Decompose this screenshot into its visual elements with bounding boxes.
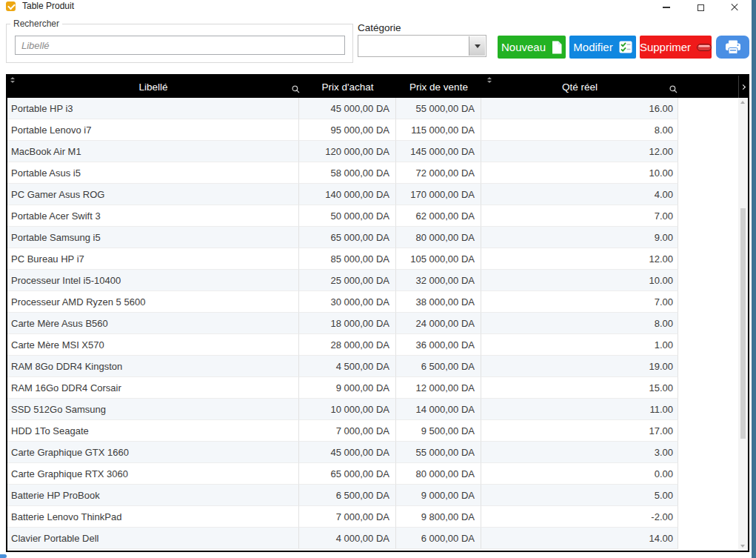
cell-qte-reel[interactable]: 7.00 [481,291,678,313]
scroll-up-icon[interactable] [740,101,745,104]
cell-prix-vente[interactable]: 80 000,00 DA [396,227,481,248]
cell-prix-achat[interactable]: 140 000,00 DA [299,184,396,205]
cell-libelle[interactable]: Portable Lenovo i7 [7,119,299,141]
cell-libelle[interactable]: Carte Graphique RTX 3060 [7,463,299,485]
cell-prix-vente[interactable]: 72 000,00 DA [396,162,481,184]
cell-libelle[interactable]: Portable Asus i5 [7,162,299,184]
cell-prix-achat[interactable]: 25 000,00 DA [299,270,396,291]
table-row[interactable]: Clavier Portable Dell 4 000,00 DA 6 000,… [7,528,738,549]
cell-qte-reel[interactable]: 11.00 [481,399,678,420]
cell-qte-reel[interactable]: 8.00 [481,313,678,334]
table-row[interactable]: Portable Acer Swift 3 50 000,00 DA 62 00… [7,205,738,227]
table-row[interactable]: Portable HP i3 45 000,00 DA 55 000,00 DA… [7,98,738,119]
table-row[interactable]: MacBook Air M1 120 000,00 DA 145 000,00 … [7,141,738,162]
cell-qte-reel[interactable]: 0.00 [481,463,678,485]
table-row[interactable]: Batterie Lenovo ThinkPad 7 000,00 DA 9 8… [7,506,738,528]
cell-prix-vente[interactable]: 6 000,00 DA [396,528,481,549]
cell-prix-vente[interactable]: 55 000,00 DA [396,442,481,463]
table-row[interactable]: HDD 1To Seagate 7 000,00 DA 9 500,00 DA … [7,420,738,442]
cell-prix-achat[interactable]: 65 000,00 DA [299,463,396,485]
cell-prix-vente[interactable]: 115 000,00 DA [396,119,481,141]
cell-prix-vente[interactable]: 170 000,00 DA [396,184,481,205]
cell-libelle[interactable]: Carte Mère MSI X570 [7,334,299,356]
table-row[interactable]: Portable Samsung i5 65 000,00 DA 80 000,… [7,227,738,248]
cell-prix-vente[interactable]: 6 500,00 DA [396,356,481,377]
maximize-button[interactable] [688,0,713,15]
cell-prix-vente[interactable]: 80 000,00 DA [396,463,481,485]
cell-libelle[interactable]: Batterie HP ProBook [7,485,299,506]
table-row[interactable]: Carte Mère MSI X570 28 000,00 DA 36 000,… [7,334,738,356]
cell-prix-achat[interactable]: 18 000,00 DA [299,313,396,334]
cell-qte-reel[interactable]: 5.00 [481,485,678,506]
cell-prix-vente[interactable]: 32 000,00 DA [396,270,481,291]
cell-libelle[interactable]: PC Bureau HP i7 [7,248,299,270]
cell-prix-vente[interactable]: 24 000,00 DA [396,313,481,334]
vertical-scrollbar[interactable] [738,98,748,551]
cell-qte-reel[interactable]: 12.00 [481,141,678,162]
cell-libelle[interactable]: MacBook Air M1 [7,141,299,162]
cell-qte-reel[interactable]: 1.00 [481,334,678,356]
cell-prix-achat[interactable]: 7 000,00 DA [299,506,396,528]
cell-prix-vente[interactable]: 145 000,00 DA [396,141,481,162]
table-row[interactable]: Portable Lenovo i7 95 000,00 DA 115 000,… [7,119,738,141]
cell-prix-achat[interactable]: 95 000,00 DA [299,119,396,141]
cell-prix-achat[interactable]: 4 500,00 DA [299,356,396,377]
cell-prix-vente[interactable]: 38 000,00 DA [396,291,481,313]
cell-qte-reel[interactable]: 17.00 [481,420,678,442]
table-row[interactable]: RAM 8Go DDR4 Kingston 4 500,00 DA 6 500,… [7,356,738,377]
table-row[interactable]: PC Gamer Asus ROG 140 000,00 DA 170 000,… [7,184,738,205]
cell-prix-vente[interactable]: 9 500,00 DA [396,420,481,442]
cell-libelle[interactable]: Batterie Lenovo ThinkPad [7,506,299,528]
cell-prix-achat[interactable]: 4 000,00 DA [299,528,396,549]
cell-qte-reel[interactable]: 10.00 [481,162,678,184]
cell-qte-reel[interactable]: -2.00 [481,506,678,528]
cell-prix-vente[interactable]: 62 000,00 DA [396,205,481,227]
close-button[interactable] [722,0,747,15]
cell-qte-reel[interactable]: 19.00 [481,356,678,377]
cell-prix-achat[interactable]: 28 000,00 DA [299,334,396,356]
cell-libelle[interactable]: Portable Samsung i5 [7,227,299,248]
table-row[interactable]: Processeur AMD Ryzen 5 5600 30 000,00 DA… [7,291,738,313]
table-row[interactable]: Carte Mère Asus B560 18 000,00 DA 24 000… [7,313,738,334]
cell-prix-achat[interactable]: 45 000,00 DA [299,442,396,463]
nouveau-button[interactable]: Nouveau [498,36,566,59]
search-column-icon[interactable] [669,83,678,96]
cell-prix-achat[interactable]: 50 000,00 DA [299,205,396,227]
table-row[interactable]: PC Bureau HP i7 85 000,00 DA 105 000,00 … [7,248,738,270]
cell-libelle[interactable]: RAM 8Go DDR4 Kingston [7,356,299,377]
cell-qte-reel[interactable]: 16.00 [481,98,678,119]
cell-prix-vente[interactable]: 55 000,00 DA [396,98,481,119]
cell-qte-reel[interactable]: 4.00 [481,184,678,205]
cell-qte-reel[interactable]: 8.00 [481,119,678,141]
supprimer-button[interactable]: Supprimer [640,36,712,59]
cell-libelle[interactable]: SSD 512Go Samsung [7,399,299,420]
cell-prix-achat[interactable]: 45 000,00 DA [299,98,396,119]
print-button[interactable] [716,36,749,59]
cell-prix-vente[interactable]: 9 000,00 DA [396,485,481,506]
cell-libelle[interactable]: Portable Acer Swift 3 [7,205,299,227]
scrollbar-thumb[interactable] [740,208,746,439]
cell-prix-achat[interactable]: 10 000,00 DA [299,399,396,420]
table-row[interactable]: SSD 512Go Samsung 10 000,00 DA 14 000,00… [7,399,738,420]
cell-libelle[interactable]: HDD 1To Seagate [7,420,299,442]
minimize-button[interactable] [654,0,679,15]
column-header-prix-vente[interactable]: Prix de vente [396,76,481,98]
search-input[interactable] [15,36,345,55]
table-row[interactable]: RAM 16Go DDR4 Corsair 9 000,00 DA 12 000… [7,377,738,399]
cell-libelle[interactable]: PC Gamer Asus ROG [7,184,299,205]
column-header-libelle[interactable]: Libellé [7,76,299,98]
cell-qte-reel[interactable]: 9.00 [481,227,678,248]
table-row[interactable]: Carte Graphique RTX 3060 65 000,00 DA 80… [7,463,738,485]
cell-libelle[interactable]: Processeur AMD Ryzen 5 5600 [7,291,299,313]
table-row[interactable]: Processeur Intel i5-10400 25 000,00 DA 3… [7,270,738,291]
category-combobox[interactable] [358,35,486,57]
modifier-button[interactable]: Modifier [569,36,636,59]
table-row[interactable]: Carte Graphique GTX 1660 45 000,00 DA 55… [7,442,738,463]
column-header-qte-reel[interactable]: Qté réel [481,76,678,98]
cell-prix-achat[interactable]: 6 500,00 DA [299,485,396,506]
cell-libelle[interactable]: Clavier Portable Dell [7,528,299,549]
cell-prix-vente[interactable]: 36 000,00 DA [396,334,481,356]
cell-prix-achat[interactable]: 85 000,00 DA [299,248,396,270]
cell-qte-reel[interactable]: 14.00 [481,528,678,549]
cell-prix-achat[interactable]: 30 000,00 DA [299,291,396,313]
